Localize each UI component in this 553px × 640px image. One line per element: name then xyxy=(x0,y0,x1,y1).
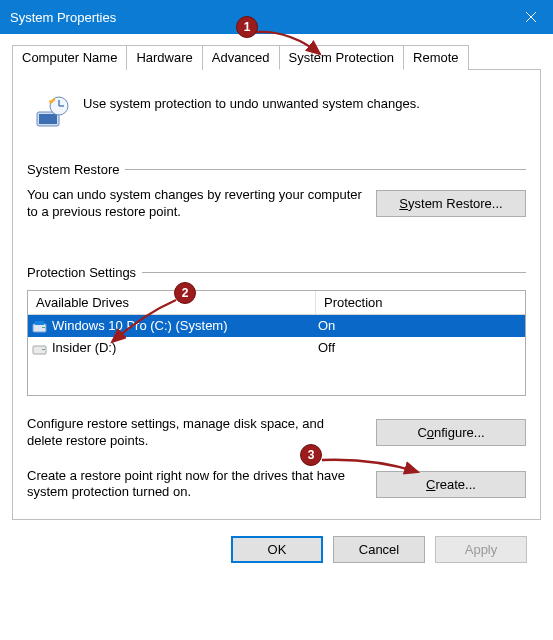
dialog-footer: OK Cancel Apply xyxy=(12,520,541,577)
svg-rect-12 xyxy=(42,349,45,350)
annotation-marker-1: 1 xyxy=(236,16,258,38)
client-area: Computer Name Hardware Advanced System P… xyxy=(0,34,553,589)
divider xyxy=(142,272,526,273)
section-title: System Restore xyxy=(27,162,119,177)
ok-button[interactable]: OK xyxy=(231,536,323,563)
close-button[interactable] xyxy=(509,0,553,34)
tab-strip: Computer Name Hardware Advanced System P… xyxy=(12,45,541,70)
svg-rect-9 xyxy=(42,327,45,328)
create-button[interactable]: Create... xyxy=(376,471,526,498)
svg-rect-10 xyxy=(35,321,44,325)
apply-button: Apply xyxy=(435,536,527,563)
drive-protection: Off xyxy=(310,340,525,355)
drive-name: Insider (D:) xyxy=(48,340,310,355)
close-icon xyxy=(525,11,537,23)
svg-rect-3 xyxy=(39,114,57,124)
tab-system-protection[interactable]: System Protection xyxy=(279,45,405,70)
title-bar: System Properties xyxy=(0,0,553,34)
tab-hardware[interactable]: Hardware xyxy=(126,45,202,70)
drive-protection: On xyxy=(310,318,525,333)
col-protection[interactable]: Protection xyxy=(316,291,525,314)
drive-name: Windows 10 Pro (C:) (System) xyxy=(48,318,310,333)
drive-row[interactable]: Insider (D:) Off xyxy=(28,337,525,359)
system-restore-button[interactable]: System Restore... xyxy=(376,190,526,217)
drives-header: Available Drives Protection xyxy=(28,291,525,315)
col-available-drives[interactable]: Available Drives xyxy=(28,291,316,314)
intro-text: Use system protection to undo unwanted s… xyxy=(83,92,420,132)
restore-desc: You can undo system changes by reverting… xyxy=(27,187,362,221)
create-desc: Create a restore point right now for the… xyxy=(27,468,362,502)
drive-row[interactable]: Windows 10 Pro (C:) (System) On xyxy=(28,315,525,337)
window-title: System Properties xyxy=(10,10,509,25)
divider xyxy=(125,169,526,170)
section-protection-settings: Protection Settings Available Drives Pro… xyxy=(27,265,526,502)
annotation-marker-3: 3 xyxy=(300,444,322,466)
tab-panel: Use system protection to undo unwanted s… xyxy=(12,69,541,520)
system-protection-icon xyxy=(31,92,71,132)
tab-computer-name[interactable]: Computer Name xyxy=(12,45,127,70)
tab-advanced[interactable]: Advanced xyxy=(202,45,280,70)
cancel-button[interactable]: Cancel xyxy=(333,536,425,563)
tab-remote[interactable]: Remote xyxy=(403,45,469,70)
configure-button[interactable]: Configure... xyxy=(376,419,526,446)
section-title: Protection Settings xyxy=(27,265,136,280)
drive-icon xyxy=(28,319,48,333)
drive-icon xyxy=(28,341,48,355)
annotation-marker-2: 2 xyxy=(174,282,196,304)
drives-list[interactable]: Available Drives Protection Windows 10 P… xyxy=(27,290,526,396)
section-system-restore: System Restore You can undo system chang… xyxy=(27,162,526,221)
